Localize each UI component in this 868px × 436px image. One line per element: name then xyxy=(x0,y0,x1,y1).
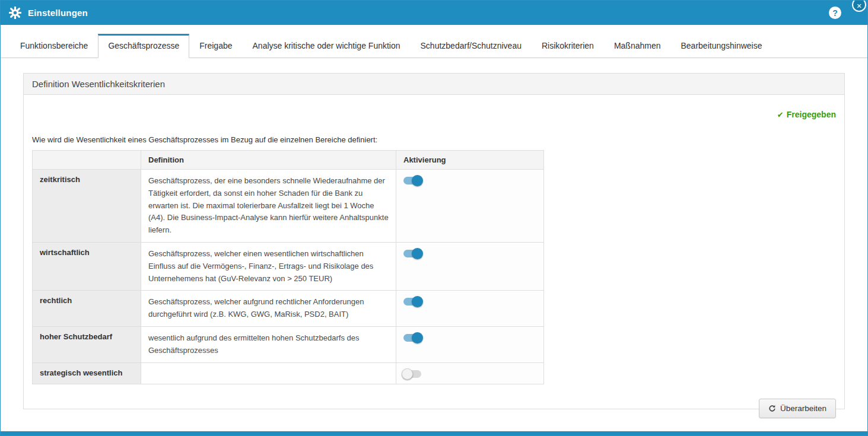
criterion-label: strategisch wesentlich xyxy=(33,362,141,384)
criterion-label: wirtschaftlich xyxy=(33,242,141,290)
tab-funktionsbereiche[interactable]: Funktionsbereiche xyxy=(10,34,98,58)
status-badge: ✔Freigegeben xyxy=(777,110,836,119)
column-header-definition: Definition xyxy=(141,151,396,170)
criterion-activation-cell xyxy=(396,362,544,384)
activation-toggle[interactable] xyxy=(403,370,421,378)
criterion-row: rechtlichGeschäftsprozess, welcher aufgr… xyxy=(33,291,544,327)
table-header-row: Definition Aktivierung xyxy=(33,151,544,170)
panel-body: ✔Freigegeben Wie wird die Wesentlichkeit… xyxy=(24,95,844,436)
help-button[interactable]: ? xyxy=(829,7,841,19)
tab-bearbeitungshinweise[interactable]: Bearbeitungshinweise xyxy=(671,34,772,58)
settings-window: Einstellungen ? ✕ FunktionsbereicheGesch… xyxy=(0,0,868,436)
toggle-knob xyxy=(412,296,423,307)
tab-analyse-kritische-oder-wichtige-funktion[interactable]: Analyse kritische oder wichtige Funktion xyxy=(243,34,411,58)
tab-geschäftsprozesse[interactable]: Geschäftsprozesse xyxy=(98,34,189,58)
criterion-activation-cell xyxy=(396,326,544,362)
close-button[interactable]: ✕ xyxy=(852,0,866,12)
activation-toggle[interactable] xyxy=(403,177,421,184)
rework-button-label: Überarbeiten xyxy=(780,404,826,413)
activation-toggle[interactable] xyxy=(403,250,421,257)
toggle-knob xyxy=(402,368,413,380)
panel-title: Definition Wesentlichkeitskriterien xyxy=(24,74,844,95)
criterion-label: rechtlich xyxy=(33,291,141,327)
check-icon: ✔ xyxy=(777,110,784,119)
intro-text: Wie wird die Wesentlichkeit eines Geschä… xyxy=(32,135,836,144)
criterion-row: hoher Schutzbedarfwesentlich aufgrund de… xyxy=(33,326,544,362)
toggle-knob xyxy=(412,248,423,259)
refresh-icon xyxy=(768,405,776,412)
criterion-definition: Geschäftsprozess, der eine besonders sch… xyxy=(141,170,396,243)
criterion-row: zeitkritischGeschäftsprozess, der eine b… xyxy=(33,170,544,243)
status-label: Freigegeben xyxy=(787,110,836,119)
actions-row: Überarbeiten xyxy=(32,399,836,418)
status-row: ✔Freigegeben xyxy=(32,109,836,120)
rework-button[interactable]: Überarbeiten xyxy=(759,399,836,418)
bottom-accent-bar xyxy=(1,431,867,435)
criterion-activation-cell xyxy=(396,242,544,290)
activation-toggle[interactable] xyxy=(403,298,421,305)
tab-schutzbedarf-schutzniveau[interactable]: Schutzbedarf/Schutzniveau xyxy=(411,34,532,58)
tab-freigabe[interactable]: Freigabe xyxy=(189,34,242,58)
criteria-table-body: zeitkritischGeschäftsprozess, der eine b… xyxy=(33,170,544,384)
criterion-definition: wesentlich aufgrund des ermittelten hohe… xyxy=(141,326,396,362)
toggle-knob xyxy=(412,175,423,186)
tab-maßnahmen[interactable]: Maßnahmen xyxy=(604,34,671,58)
window-title: Einstellungen xyxy=(28,8,88,18)
tab-bar: FunktionsbereicheGeschäftsprozesseFreiga… xyxy=(1,25,867,58)
activation-toggle[interactable] xyxy=(403,334,421,342)
gear-icon xyxy=(9,7,21,19)
criterion-row: wirtschaftlichGeschäftsprozess, welcher … xyxy=(33,242,544,290)
tab-risikokriterien[interactable]: Risikokriterien xyxy=(532,34,604,58)
criterion-row: strategisch wesentlich xyxy=(33,362,544,384)
column-header-aktivierung: Aktivierung xyxy=(396,151,544,170)
criterion-definition: Geschäftsprozess, welcher einen wesentli… xyxy=(141,242,396,290)
criterion-definition: Geschäftsprozess, welcher aufgrund recht… xyxy=(141,291,396,327)
title-bar: Einstellungen ? ✕ xyxy=(1,1,867,25)
column-header-empty xyxy=(33,151,141,170)
criterion-definition xyxy=(141,362,396,384)
definition-panel: Definition Wesentlichkeitskriterien ✔Fre… xyxy=(23,73,845,409)
main-content: Definition Wesentlichkeitskriterien ✔Fre… xyxy=(1,58,867,409)
criterion-label: zeitkritisch xyxy=(33,170,141,243)
criteria-table: Definition Aktivierung zeitkritischGesch… xyxy=(32,150,544,384)
criterion-activation-cell xyxy=(396,291,544,327)
criterion-label: hoher Schutzbedarf xyxy=(33,326,141,362)
criterion-activation-cell xyxy=(396,170,544,243)
toggle-knob xyxy=(412,332,423,343)
